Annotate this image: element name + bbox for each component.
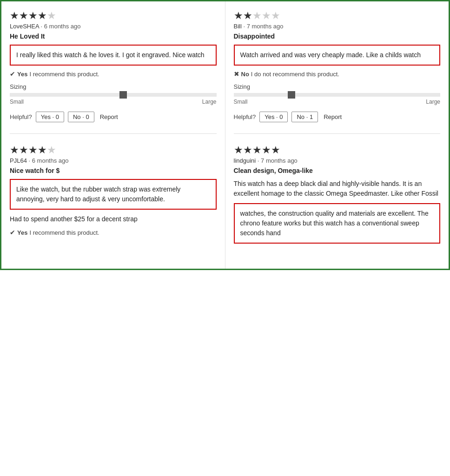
review-card-3: ★ ★ ★ ★ ★ PJL64 · 6 months ago Nice watc… — [10, 145, 217, 253]
sizing-track-1 — [10, 93, 217, 97]
reviewer-info-1: LoveSHEA · 6 months ago — [10, 23, 217, 30]
sizing-track-2 — [234, 93, 441, 97]
helpful-label-2: Helpful? — [234, 113, 256, 120]
rec-text-2: I do not recommend this product. — [251, 71, 339, 78]
reviewer-time-4: 7 months ago — [261, 157, 298, 164]
rec-yes-label-1: Yes — [17, 71, 27, 78]
rec-text-1: I recommend this product. — [29, 71, 99, 78]
star-3-3: ★ — [28, 145, 38, 155]
star-1-4: ★ — [38, 11, 47, 21]
recommendation-2: ✖ No I do not recommend this product. — [234, 70, 441, 78]
sizing-large-2: Large — [426, 99, 440, 105]
helpful-yes-btn-1[interactable]: Yes · 0 — [36, 112, 64, 122]
star-rating-3: ★ ★ ★ ★ ★ — [10, 145, 217, 155]
rec-no-label-2: No — [241, 71, 249, 78]
helpful-row-2: Yes · 0 No · 1 — [259, 112, 318, 122]
sizing-section-2: Sizing Small Large — [234, 83, 441, 105]
rec-yes-label-3: Yes — [17, 229, 27, 236]
sizing-thumb-1 — [119, 91, 127, 99]
sizing-ends-1: Small Large — [10, 99, 217, 105]
helpful-no-btn-1[interactable]: No · 0 — [68, 112, 94, 122]
right-column: ★ ★ ★ ★ ★ Bill · 7 months ago Disappoint… — [225, 1, 449, 269]
star-4-5: ★ — [271, 145, 280, 155]
reviewer-name-2: Bill — [234, 23, 242, 30]
helpful-row-1: Yes · 0 No · 0 — [36, 112, 94, 122]
star-1-2: ★ — [19, 11, 28, 21]
report-row-1: Report — [98, 113, 118, 120]
rec-icon-3: ✔ — [10, 229, 15, 236]
review-card-1: ★ ★ ★ ★ ★ LoveSHEA · 6 months ago He Lov… — [10, 11, 217, 134]
review-body-box-2: Watch arrived and was very cheaply made.… — [234, 45, 441, 66]
reviewer-time-2: 7 months ago — [247, 23, 284, 30]
helpful-section-1: Helpful? Yes · 0 No · 0 Report — [10, 112, 217, 122]
review-card-4: ★ ★ ★ ★ ★ lindguini · 7 months ago Clean… — [234, 145, 441, 259]
reviewer-info-2: Bill · 7 months ago — [234, 23, 441, 30]
review-title-4: Clean design, Omega-like — [234, 167, 441, 174]
star-rating-1: ★ ★ ★ ★ ★ — [10, 11, 217, 21]
report-link-2[interactable]: Report — [324, 113, 342, 120]
reviewer-time-1: 6 months ago — [44, 23, 81, 30]
star-rating-4: ★ ★ ★ ★ ★ — [234, 145, 441, 155]
star-1-5: ★ — [47, 11, 56, 21]
star-3-2: ★ — [19, 145, 28, 155]
reviewer-name-3: PJL64 — [10, 157, 27, 164]
helpful-no-btn-2[interactable]: No · 1 — [291, 112, 318, 122]
review-card-2: ★ ★ ★ ★ ★ Bill · 7 months ago Disappoint… — [234, 11, 441, 134]
star-2-3: ★ — [252, 11, 262, 21]
star-2-4: ★ — [262, 11, 271, 21]
review-body-box-4: watches, the construction quality and ma… — [234, 203, 441, 244]
review-title-1: He Loved It — [10, 33, 217, 40]
reviewer-name-1: LoveSHEA — [10, 23, 39, 30]
star-2-2: ★ — [243, 11, 252, 21]
star-3-1: ★ — [10, 145, 19, 155]
review-title-3: Nice watch for $ — [10, 167, 217, 174]
star-1-1: ★ — [10, 11, 19, 21]
report-row-2: Report — [322, 113, 342, 120]
helpful-label-1: Helpful? — [10, 113, 32, 120]
star-1-3: ★ — [28, 11, 38, 21]
star-2-5: ★ — [271, 11, 280, 21]
reviewer-dot-1: · — [41, 23, 44, 30]
sizing-thumb-2 — [288, 91, 295, 99]
sizing-ends-2: Small Large — [234, 99, 441, 105]
recommendation-1: ✔ Yes I recommend this product. — [10, 70, 217, 78]
reviewer-name-4: lindguini — [234, 157, 256, 164]
left-column: ★ ★ ★ ★ ★ LoveSHEA · 6 months ago He Lov… — [1, 1, 225, 269]
review-body-extra-3: Had to spend another $25 for a decent st… — [10, 214, 217, 224]
rec-icon-2: ✖ — [234, 70, 239, 78]
sizing-small-2: Small — [234, 99, 248, 105]
star-4-2: ★ — [243, 145, 252, 155]
star-2-1: ★ — [234, 11, 243, 21]
sizing-label-1: Sizing — [10, 83, 217, 90]
star-4-1: ★ — [234, 145, 243, 155]
rec-text-3: I recommend this product. — [29, 229, 99, 236]
reviews-container: ★ ★ ★ ★ ★ LoveSHEA · 6 months ago He Lov… — [0, 0, 450, 270]
report-link-1[interactable]: Report — [100, 113, 118, 120]
review-body-before-box-4: This watch has a deep black dial and hig… — [234, 179, 441, 198]
sizing-section-1: Sizing Small Large — [10, 83, 217, 105]
helpful-section-2: Helpful? Yes · 0 No · 1 Report — [234, 112, 441, 122]
star-3-4: ★ — [38, 145, 47, 155]
reviewer-time-3: 6 months ago — [32, 157, 69, 164]
reviewer-info-4: lindguini · 7 months ago — [234, 157, 441, 164]
rec-icon-1: ✔ — [10, 70, 15, 78]
star-rating-2: ★ ★ ★ ★ ★ — [234, 11, 441, 21]
reviewer-dot-3: · — [29, 157, 32, 164]
review-body-box-3: Like the watch, but the rubber watch str… — [10, 179, 217, 210]
star-4-4: ★ — [262, 145, 271, 155]
sizing-large-1: Large — [202, 99, 217, 105]
reviewer-dot-4: · — [258, 157, 261, 164]
reviewer-dot-2: · — [243, 23, 246, 30]
review-body-box-1: I really liked this watch & he loves it.… — [10, 45, 217, 66]
sizing-small-1: Small — [10, 99, 24, 105]
review-title-2: Disappointed — [234, 33, 441, 40]
star-4-3: ★ — [252, 145, 262, 155]
helpful-yes-btn-2[interactable]: Yes · 0 — [259, 112, 288, 122]
star-3-5: ★ — [47, 145, 56, 155]
recommendation-3: ✔ Yes I recommend this product. — [10, 229, 217, 236]
sizing-label-2: Sizing — [234, 83, 441, 90]
reviewer-info-3: PJL64 · 6 months ago — [10, 157, 217, 164]
